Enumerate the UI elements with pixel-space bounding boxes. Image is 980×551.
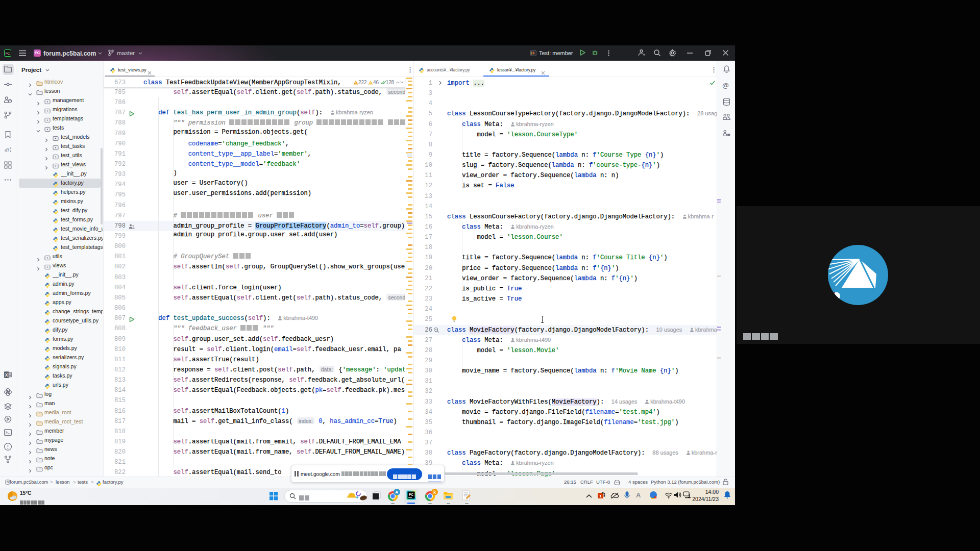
svg-text:PC: PC [6,52,10,55]
svg-text:k: k [433,490,436,495]
svg-text:X: X [5,372,8,378]
svg-text:PC: PC [409,493,413,496]
svg-text:di: di [5,147,9,153]
svg-text:1: 1 [599,494,602,498]
